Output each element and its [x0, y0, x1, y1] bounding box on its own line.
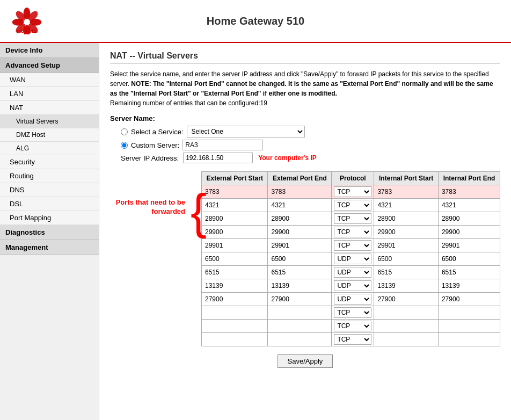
port-input[interactable] — [376, 268, 436, 277]
port-input[interactable] — [376, 187, 436, 196]
protocol-select[interactable]: TCPUDP — [334, 200, 371, 211]
ip-input[interactable] — [183, 153, 253, 163]
custom-server-input[interactable] — [182, 140, 263, 150]
layout: Device Info Advanced Setup WAN LAN NAT V… — [0, 43, 511, 420]
port-input[interactable] — [376, 335, 436, 344]
your-ip-link[interactable]: Your computer's IP — [258, 154, 317, 162]
custom-server-label: Custom Server: — [131, 141, 179, 149]
select-service-radio[interactable] — [121, 128, 128, 135]
sidebar-item-lan[interactable]: LAN — [0, 87, 99, 101]
server-name-label: Server Name: — [110, 114, 155, 122]
table-row: TCPUDP — [202, 320, 500, 333]
port-input[interactable] — [376, 322, 436, 330]
sidebar-item-nat[interactable]: NAT — [0, 101, 99, 115]
port-input[interactable] — [270, 201, 329, 209]
port-input[interactable] — [441, 187, 498, 196]
table-row: TCPUDP — [202, 333, 500, 346]
sidebar-item-advanced-setup[interactable]: Advanced Setup — [0, 58, 99, 73]
protocol-select[interactable]: TCPUDP — [334, 294, 371, 305]
port-input[interactable] — [270, 335, 329, 344]
port-input[interactable] — [204, 255, 265, 263]
table-row: TCPUDP — [202, 185, 500, 199]
sidebar-item-diagnostics[interactable]: Diagnostics — [0, 225, 99, 240]
service-dropdown[interactable]: Select One — [187, 126, 305, 137]
curly-brace-icon: { — [191, 187, 207, 236]
sidebar-item-port-mapping[interactable]: Port Mapping — [0, 211, 99, 225]
table-row: TCPUDP — [202, 239, 500, 252]
protocol-select[interactable]: TCPUDP — [334, 321, 371, 331]
port-input[interactable] — [441, 228, 498, 236]
sidebar-item-dns[interactable]: DNS — [0, 183, 99, 197]
protocol-select[interactable]: TCPUDP — [334, 334, 371, 345]
port-input[interactable] — [204, 295, 265, 303]
port-input[interactable] — [441, 268, 498, 277]
sidebar-item-security[interactable]: Security — [0, 155, 99, 169]
port-input[interactable] — [204, 228, 265, 236]
huawei-logo-icon: HUAWEI — [11, 8, 43, 34]
protocol-select[interactable]: TCPUDP — [334, 186, 371, 197]
custom-server-row[interactable]: Custom Server: — [121, 140, 500, 150]
port-input[interactable] — [204, 268, 265, 277]
sidebar-item-alg[interactable]: ALG — [0, 142, 99, 155]
table-row: TCPUDP — [202, 226, 500, 239]
annotation-label: Ports that need to be forwarded — [115, 198, 185, 216]
select-service-row[interactable]: Select a Service: Select One — [121, 126, 500, 137]
sidebar-item-wan[interactable]: WAN — [0, 73, 99, 87]
col-int-end: Internal Port End — [438, 172, 500, 185]
port-input[interactable] — [204, 187, 265, 196]
port-input[interactable] — [270, 268, 329, 277]
port-input[interactable] — [270, 255, 329, 263]
svg-text:HUAWEI: HUAWEI — [17, 28, 36, 34]
sidebar-item-dmz-host[interactable]: DMZ Host — [0, 128, 99, 142]
port-input[interactable] — [441, 241, 498, 250]
sidebar-item-virtual-servers[interactable]: Virtual Servers — [0, 115, 99, 128]
port-input[interactable] — [441, 322, 498, 330]
port-input[interactable] — [376, 308, 436, 317]
port-input[interactable] — [204, 241, 265, 250]
port-input[interactable] — [376, 201, 436, 209]
port-input[interactable] — [376, 241, 436, 250]
port-input[interactable] — [270, 295, 329, 303]
port-input[interactable] — [441, 308, 498, 317]
port-input[interactable] — [204, 322, 265, 330]
sidebar: Device Info Advanced Setup WAN LAN NAT V… — [0, 43, 99, 420]
port-input[interactable] — [376, 255, 436, 263]
save-apply-button[interactable]: Save/Apply — [278, 354, 333, 368]
server-name-row: Server Name: — [110, 114, 500, 122]
port-input[interactable] — [270, 228, 329, 236]
custom-server-radio[interactable] — [121, 142, 128, 149]
port-input[interactable] — [270, 322, 329, 330]
sidebar-item-routing[interactable]: Routing — [0, 169, 99, 183]
port-input[interactable] — [376, 295, 436, 303]
port-input[interactable] — [441, 295, 498, 303]
protocol-select[interactable]: TCPUDP — [334, 267, 371, 278]
port-input[interactable] — [441, 214, 498, 223]
port-input[interactable] — [441, 255, 498, 263]
port-input[interactable] — [204, 281, 265, 290]
sidebar-item-dsl[interactable]: DSL — [0, 197, 99, 211]
port-input[interactable] — [270, 281, 329, 290]
port-input[interactable] — [376, 281, 436, 290]
port-input[interactable] — [204, 201, 265, 209]
port-input[interactable] — [441, 201, 498, 209]
protocol-select[interactable]: TCPUDP — [334, 240, 371, 251]
protocol-select[interactable]: TCPUDP — [334, 227, 371, 237]
port-input[interactable] — [376, 214, 436, 223]
protocol-select[interactable]: TCPUDP — [334, 254, 371, 264]
sidebar-item-device-info[interactable]: Device Info — [0, 43, 99, 58]
port-input[interactable] — [270, 187, 329, 196]
protocol-select[interactable]: TCPUDP — [334, 307, 371, 318]
port-input[interactable] — [270, 241, 329, 250]
protocol-select[interactable]: TCPUDP — [334, 280, 371, 291]
port-input[interactable] — [441, 335, 498, 344]
table-row: TCPUDP — [202, 252, 500, 266]
port-input[interactable] — [204, 308, 265, 317]
port-input[interactable] — [204, 335, 265, 344]
port-input[interactable] — [204, 214, 265, 223]
port-input[interactable] — [376, 228, 436, 236]
protocol-select[interactable]: TCPUDP — [334, 213, 371, 224]
port-input[interactable] — [441, 281, 498, 290]
port-input[interactable] — [270, 214, 329, 223]
port-input[interactable] — [270, 308, 329, 317]
sidebar-item-management[interactable]: Management — [0, 240, 99, 255]
